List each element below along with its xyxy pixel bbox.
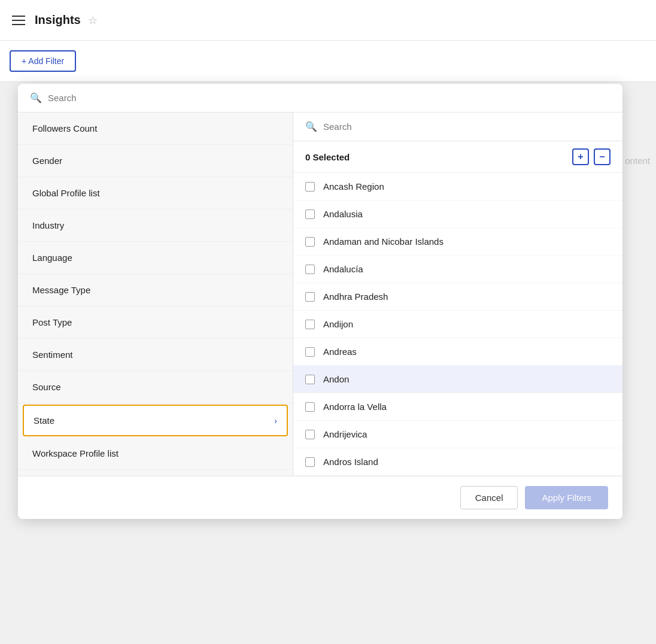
option-checkbox[interactable]: [305, 209, 315, 219]
option-checkbox[interactable]: [305, 265, 315, 274]
filter-item[interactable]: Post Type: [18, 306, 293, 339]
option-checkbox[interactable]: [305, 402, 315, 412]
option-label: Andorra la Vella: [323, 402, 387, 412]
option-item[interactable]: Ancash Region: [293, 173, 622, 201]
filter-item-label: Language: [32, 253, 72, 263]
filter-item-label: Global Profile list: [32, 188, 100, 198]
option-item[interactable]: Andaman and Nicobar Islands: [293, 228, 622, 256]
filter-modal: 🔍 Followers CountGenderGlobal Profile li…: [18, 84, 622, 519]
option-label: Andalucía: [323, 264, 363, 274]
modal-search-icon: 🔍: [30, 92, 42, 104]
option-checkbox[interactable]: [305, 375, 315, 384]
option-item[interactable]: Andalucía: [293, 256, 622, 283]
options-search-bar: 🔍: [293, 113, 622, 141]
selection-controls: + −: [572, 148, 611, 165]
chevron-right-icon: ›: [274, 416, 277, 426]
apply-filters-button[interactable]: Apply Filters: [525, 486, 608, 509]
filter-item[interactable]: Gender: [18, 145, 293, 177]
option-checkbox[interactable]: [305, 347, 315, 357]
option-checkbox[interactable]: [305, 292, 315, 302]
option-checkbox[interactable]: [305, 237, 315, 247]
option-label: Andijon: [323, 319, 353, 329]
filter-item[interactable]: Workspace Profile list: [18, 438, 293, 470]
filter-item[interactable]: Followers Count: [18, 113, 293, 145]
add-filter-button[interactable]: + Add Filter: [10, 50, 76, 72]
filter-item-label: Followers Count: [32, 123, 97, 133]
filter-item-label: Workspace Profile list: [32, 448, 119, 458]
filter-item-label: Sentiment: [32, 350, 73, 360]
option-item[interactable]: Andijon: [293, 311, 622, 338]
option-label: Andros Island: [323, 457, 378, 467]
filter-item[interactable]: State›: [23, 405, 288, 436]
filter-list-panel: Followers CountGenderGlobal Profile list…: [18, 113, 293, 476]
option-item[interactable]: Andon: [293, 366, 622, 393]
option-label: Andalusia: [323, 209, 363, 219]
options-panel: 🔍 0 Selected + − Ancash RegionAndalusiaA…: [293, 113, 622, 476]
selection-header: 0 Selected + −: [293, 141, 622, 173]
option-checkbox[interactable]: [305, 457, 315, 467]
modal-search-bar: 🔍: [18, 84, 622, 113]
option-item[interactable]: Andorra la Vella: [293, 393, 622, 421]
filter-item-label: Source: [32, 382, 61, 392]
cancel-button[interactable]: Cancel: [460, 486, 518, 509]
toolbar: + Add Filter: [0, 41, 656, 82]
filter-item[interactable]: Source: [18, 371, 293, 403]
option-item[interactable]: Andrijevica: [293, 421, 622, 448]
modal-body: Followers CountGenderGlobal Profile list…: [18, 113, 622, 476]
option-item[interactable]: Andreas: [293, 338, 622, 366]
filter-item[interactable]: Message Type: [18, 274, 293, 306]
filter-item-label: Post Type: [32, 317, 72, 327]
filter-item[interactable]: Global Profile list: [18, 177, 293, 209]
option-item[interactable]: Andalusia: [293, 201, 622, 228]
filter-item-label: Industry: [32, 220, 64, 230]
option-checkbox[interactable]: [305, 320, 315, 329]
option-label: Andrijevica: [323, 429, 367, 439]
options-search-input[interactable]: [323, 121, 611, 132]
option-label: Andreas: [323, 347, 357, 357]
filter-item[interactable]: Sentiment: [18, 339, 293, 371]
filter-item-label: Gender: [32, 156, 62, 166]
star-icon[interactable]: ☆: [88, 14, 98, 27]
option-label: Andon: [323, 374, 349, 384]
hamburger-icon[interactable]: [10, 13, 28, 28]
option-item[interactable]: Andros Island: [293, 448, 622, 476]
page-title: Insights: [35, 13, 81, 27]
top-bar: Insights ☆: [0, 0, 656, 41]
filter-item-label: Message Type: [32, 285, 90, 295]
modal-search-input[interactable]: [48, 93, 611, 103]
option-label: Andhra Pradesh: [323, 291, 388, 302]
option-checkbox[interactable]: [305, 182, 315, 192]
options-list: Ancash RegionAndalusiaAndaman and Nicoba…: [293, 173, 622, 476]
option-checkbox[interactable]: [305, 430, 315, 439]
selected-count: 0 Selected: [305, 152, 350, 162]
modal-footer: Cancel Apply Filters: [18, 476, 622, 519]
options-search-icon: 🔍: [305, 121, 317, 132]
remove-all-button[interactable]: −: [594, 148, 611, 165]
filter-item-label: State: [34, 415, 54, 426]
option-item[interactable]: Andhra Pradesh: [293, 283, 622, 311]
bg-content-label: ontent: [619, 150, 656, 172]
option-label: Ancash Region: [323, 181, 384, 192]
add-all-button[interactable]: +: [572, 148, 589, 165]
filter-item[interactable]: Language: [18, 242, 293, 274]
option-label: Andaman and Nicobar Islands: [323, 236, 444, 247]
filter-item[interactable]: Industry: [18, 209, 293, 242]
